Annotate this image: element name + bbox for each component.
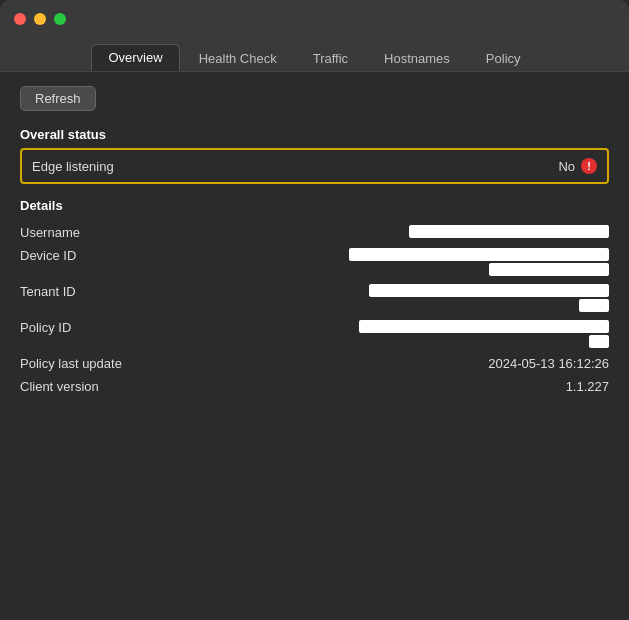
content-area: Refresh Overall status Edge listening No… (0, 72, 629, 412)
device-id-value (349, 248, 609, 276)
policy-id-value (359, 320, 609, 348)
tab-overview[interactable]: Overview (91, 44, 179, 71)
tenant-id-label: Tenant ID (20, 284, 140, 299)
username-label: Username (20, 225, 140, 240)
policy-id-label: Policy ID (20, 320, 140, 335)
tabs-bar: Overview Health Check Traffic Hostnames … (0, 38, 629, 72)
detail-row-policy-last-update: Policy last update 2024-05-13 16:12:26 (20, 352, 609, 375)
tab-hostnames[interactable]: Hostnames (367, 45, 467, 71)
detail-row-device-id: Device ID (20, 244, 609, 280)
tab-policy[interactable]: Policy (469, 45, 538, 71)
edge-listening-row: Edge listening No ! (20, 148, 609, 184)
maximize-button[interactable] (54, 13, 66, 25)
minimize-button[interactable] (34, 13, 46, 25)
detail-row-tenant-id: Tenant ID (20, 280, 609, 316)
error-icon: ! (581, 158, 597, 174)
username-value (409, 225, 609, 238)
edge-listening-label: Edge listening (32, 159, 114, 174)
edge-listening-value: No (558, 159, 575, 174)
overall-status-title: Overall status (20, 127, 609, 142)
policy-last-update-value: 2024-05-13 16:12:26 (488, 356, 609, 371)
detail-row-policy-id: Policy ID (20, 316, 609, 352)
tab-traffic[interactable]: Traffic (296, 45, 365, 71)
client-version-label: Client version (20, 379, 140, 394)
tab-health-check[interactable]: Health Check (182, 45, 294, 71)
policy-last-update-label: Policy last update (20, 356, 140, 371)
detail-row-client-version: Client version 1.1.227 (20, 375, 609, 398)
tenant-id-value (369, 284, 609, 312)
refresh-button[interactable]: Refresh (20, 86, 96, 111)
close-button[interactable] (14, 13, 26, 25)
title-bar (0, 0, 629, 38)
details-section: Details Username Device ID Tenant ID (20, 198, 609, 398)
detail-row-username: Username (20, 221, 609, 244)
details-title: Details (20, 198, 609, 213)
edge-listening-value-group: No ! (558, 158, 597, 174)
device-id-label: Device ID (20, 248, 140, 263)
client-version-value: 1.1.227 (566, 379, 609, 394)
